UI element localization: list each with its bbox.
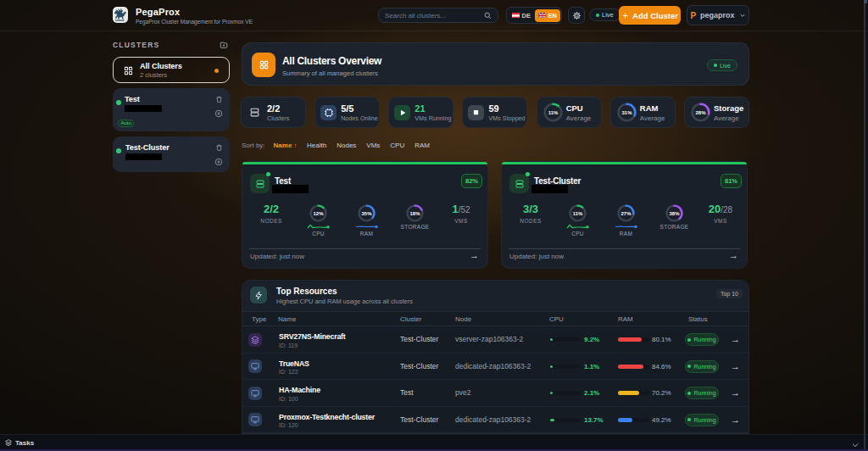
svg-text:27%: 27% <box>620 211 632 216</box>
svg-text:11%: 11% <box>573 211 583 216</box>
svg-text:18%: 18% <box>409 211 420 216</box>
svg-text:11%: 11% <box>548 110 558 115</box>
svg-text:12%: 12% <box>313 211 324 216</box>
svg-text:38%: 38% <box>669 211 680 216</box>
svg-text:31%: 31% <box>621 110 632 115</box>
svg-text:28%: 28% <box>695 110 706 115</box>
svg-text:35%: 35% <box>361 211 372 216</box>
